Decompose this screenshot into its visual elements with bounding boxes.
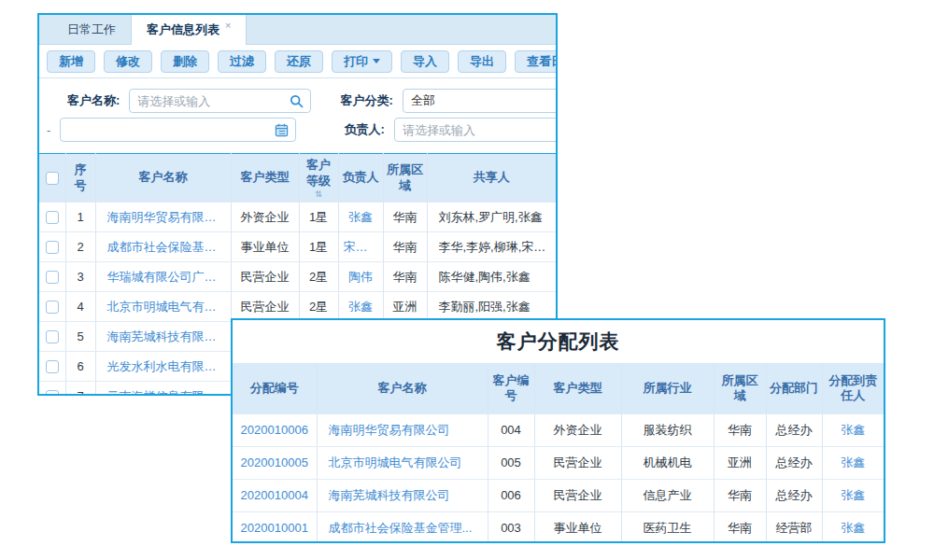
customer-name-link[interactable]: 海南芜城科技有限公司 xyxy=(317,479,488,511)
customer-name-link[interactable]: 成都市社会保险基金管理... xyxy=(317,511,488,543)
export-button[interactable]: 导出 xyxy=(458,50,506,73)
alloc-no-link[interactable]: 2020010006 xyxy=(233,413,317,446)
customer-name-link[interactable]: 光发水利水电有限公司 xyxy=(95,352,231,382)
edit-button[interactable]: 修改 xyxy=(104,50,152,73)
tab-daily-work[interactable]: 日常工作 xyxy=(52,15,131,44)
table-row[interactable]: 1 海南明华贸易有限公司 外资企业 1星 张鑫 华南 刘东林,罗广明,张鑫 xyxy=(39,203,556,232)
customer-name-link[interactable]: 海南明华贸易有限公司 xyxy=(317,413,488,446)
customer-no-cell: 003 xyxy=(488,511,534,543)
row-checkbox[interactable] xyxy=(46,211,59,224)
header-customer-level[interactable]: 客户等级 ⇅ xyxy=(299,154,338,203)
header-customer-no: 客户编号 xyxy=(488,363,534,413)
row-checkbox[interactable] xyxy=(46,330,59,343)
alloc-no-link[interactable]: 2020010001 xyxy=(233,511,317,543)
header-dept: 分配部门 xyxy=(766,363,822,413)
owner-search-box xyxy=(394,118,558,142)
row-checkbox-cell xyxy=(39,262,65,292)
customer-allocation-panel: 客户分配列表 分配编号 客户名称 客户编号 客户类型 所属行业 所属区域 分配部… xyxy=(231,318,885,543)
customer-category-select[interactable] xyxy=(403,89,558,113)
customer-name-link[interactable]: 成都市社会保险基金管理... xyxy=(95,232,231,262)
industry-cell: 服装纺织 xyxy=(621,413,714,446)
customer-name-link[interactable]: 云南海祥信息有限公司 xyxy=(95,382,231,397)
customer-name-input[interactable] xyxy=(137,94,285,108)
select-all-checkbox[interactable] xyxy=(46,172,59,185)
row-checkbox-cell xyxy=(39,382,65,397)
customer-type-cell: 事业单位 xyxy=(231,232,299,262)
print-button[interactable]: 打印 xyxy=(332,50,392,73)
date-input[interactable] xyxy=(68,123,270,137)
row-checkbox-cell xyxy=(39,203,65,232)
share-cell: 李华,李婷,柳琳,宋浩然,张鑫 xyxy=(427,232,556,262)
alloc-no-link[interactable]: 2020010005 xyxy=(233,446,317,479)
header-industry: 所属行业 xyxy=(621,363,714,413)
row-checkbox[interactable] xyxy=(46,360,59,373)
search-icon[interactable] xyxy=(290,94,304,112)
row-checkbox[interactable] xyxy=(46,301,59,314)
table-row[interactable]: 2020010004 海南芜城科技有限公司 006 民营企业 信息产业 华南 总… xyxy=(233,479,884,511)
restore-button[interactable]: 还原 xyxy=(275,50,323,73)
industry-cell: 医药卫生 xyxy=(621,511,714,543)
customer-name-link[interactable]: 华瑞城有限公司广告设计部 xyxy=(95,262,231,292)
filter-button[interactable]: 过滤 xyxy=(218,50,266,73)
owner-input[interactable] xyxy=(403,123,544,137)
header-owner: 负责人 xyxy=(338,154,383,203)
assignee-link[interactable]: 张鑫 xyxy=(822,413,884,446)
alloc-no-link[interactable]: 2020010004 xyxy=(233,479,317,511)
customer-category-label: 客户分类: xyxy=(341,92,393,109)
region-cell: 华南 xyxy=(714,479,766,511)
sort-icon[interactable]: ⇅ xyxy=(303,190,335,198)
share-cell: 李勤丽,阳强,张鑫 xyxy=(427,292,556,322)
row-number: 1 xyxy=(65,203,95,232)
row-number: 5 xyxy=(65,322,95,352)
table-row[interactable]: 2 成都市社会保险基金管理... 事业单位 1星 宋浩然 华南 李华,李婷,柳琳… xyxy=(39,232,556,262)
row-checkbox[interactable] xyxy=(46,271,59,284)
view-log-button[interactable]: 查看日志 xyxy=(515,50,558,73)
delete-button[interactable]: 删除 xyxy=(161,50,209,73)
table-header-row: 分配编号 客户名称 客户编号 客户类型 所属行业 所属区域 分配部门 分配到责任… xyxy=(233,363,884,413)
customer-type-cell: 民营企业 xyxy=(534,446,621,479)
customer-name-link[interactable]: 北京市明城电气有限公司 xyxy=(317,446,488,479)
assignee-link[interactable]: 张鑫 xyxy=(822,479,884,511)
table-row[interactable]: 2020010005 北京市明城电气有限公司 005 民营企业 机械机电 亚洲 … xyxy=(233,446,884,479)
toolbar: 新增 修改 删除 过滤 还原 打印 导入 导出 查看日志 xyxy=(39,45,556,78)
industry-cell: 机械机电 xyxy=(621,446,714,479)
row-checkbox[interactable] xyxy=(46,390,59,396)
add-button[interactable]: 新增 xyxy=(47,50,95,73)
header-share: 共享人 xyxy=(427,154,556,203)
owner-link[interactable]: 张鑫 xyxy=(338,292,383,322)
import-button[interactable]: 导入 xyxy=(401,50,449,73)
header-customer-name: 客户名称 xyxy=(317,363,488,413)
tab-customer-info-list[interactable]: 客户信息列表 × xyxy=(131,15,247,45)
customer-no-cell: 006 xyxy=(488,479,534,511)
header-assignee: 分配到责任人 xyxy=(822,363,884,413)
table-row[interactable]: 4 北京市明城电气有限公司 民营企业 2星 张鑫 亚洲 李勤丽,阳强,张鑫 xyxy=(39,292,556,322)
customer-name-link[interactable]: 北京市明城电气有限公司 xyxy=(95,292,231,322)
dept-cell: 总经办 xyxy=(766,479,822,511)
customer-name-search-box xyxy=(129,89,310,113)
region-cell: 华南 xyxy=(383,203,427,232)
calendar-icon[interactable] xyxy=(275,123,289,141)
row-number: 4 xyxy=(65,292,95,322)
customer-name-link[interactable]: 海南芜城科技有限公司 xyxy=(95,322,231,352)
date-range-separator: - xyxy=(47,123,50,137)
header-customer-name: 客户名称 xyxy=(95,154,231,203)
close-icon[interactable]: × xyxy=(225,20,231,31)
assignee-link[interactable]: 张鑫 xyxy=(822,511,884,543)
customer-name-link[interactable]: 海南明华贸易有限公司 xyxy=(95,203,231,232)
owner-link[interactable]: 张鑫 xyxy=(338,203,383,232)
customer-type-cell: 外资企业 xyxy=(534,413,621,446)
owner-link[interactable]: 宋浩然 xyxy=(338,232,383,262)
table-row[interactable]: 2020010006 海南明华贸易有限公司 004 外资企业 服装纺织 华南 总… xyxy=(233,413,884,446)
table-row[interactable]: 3 华瑞城有限公司广告设计部 民营企业 2星 陶伟 华南 陈华健,陶伟,张鑫 xyxy=(39,262,556,292)
table-row[interactable]: 2020010001 成都市社会保险基金管理... 003 事业单位 医药卫生 … xyxy=(233,511,884,543)
customer-type-cell: 民营企业 xyxy=(231,292,299,322)
dept-cell: 总经办 xyxy=(766,446,822,479)
region-cell: 华南 xyxy=(714,511,766,543)
customer-category-value[interactable] xyxy=(411,94,544,108)
assignee-link[interactable]: 张鑫 xyxy=(822,446,884,479)
owner-link[interactable]: 陶伟 xyxy=(338,262,383,292)
share-cell: 陈华健,陶伟,张鑫 xyxy=(427,262,556,292)
row-checkbox[interactable] xyxy=(46,241,59,254)
chevron-down-icon xyxy=(373,59,380,63)
tab-label: 日常工作 xyxy=(67,21,116,38)
